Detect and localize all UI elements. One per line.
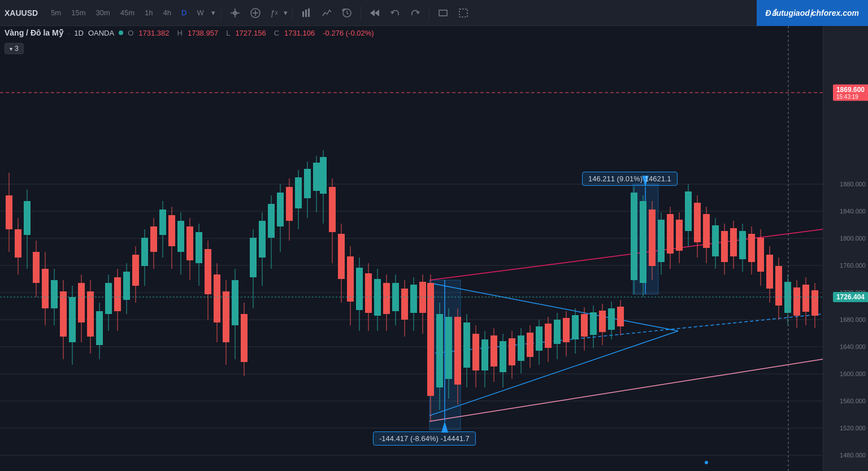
chart-broker: OANDA — [88, 29, 114, 37]
upper-tooltip: 146.211 (9.01%) 14621.1 — [582, 172, 678, 186]
watermark-badge: Đầutugiaodịchforex.com — [757, 0, 868, 26]
rewind-btn[interactable] — [366, 6, 384, 20]
svg-rect-89 — [286, 187, 293, 221]
price-1640: 1640.000 — [840, 343, 866, 350]
svg-rect-87 — [277, 193, 284, 226]
svg-rect-41 — [69, 297, 76, 342]
fx-btn[interactable]: ƒx — [267, 6, 282, 20]
tf-d[interactable]: D — [177, 6, 190, 19]
svg-rect-79 — [241, 314, 248, 362]
tf-5m[interactable]: 5m — [47, 6, 65, 19]
svg-rect-63 — [168, 215, 175, 246]
tf-45m[interactable]: 45m — [116, 6, 138, 19]
svg-rect-45 — [87, 291, 94, 337]
svg-rect-135 — [491, 335, 497, 367]
svg-rect-31 — [24, 201, 31, 235]
selection-btn[interactable] — [454, 6, 472, 20]
svg-rect-35 — [42, 269, 49, 308]
svg-rect-53 — [123, 272, 130, 300]
replay-btn[interactable] — [338, 6, 356, 20]
svg-rect-205 — [811, 290, 818, 316]
legend-badge[interactable]: ▾ 3 — [5, 43, 24, 54]
svg-rect-105 — [356, 268, 363, 310]
open-label: O — [128, 29, 133, 37]
svg-marker-11 — [375, 10, 379, 16]
svg-rect-7 — [305, 10, 307, 17]
low-label: L — [226, 29, 230, 37]
top-price-value: 1869.600 — [836, 86, 865, 94]
current-price-badge: 1726.404 — [833, 292, 868, 302]
svg-rect-189 — [739, 231, 746, 259]
svg-rect-191 — [748, 234, 755, 262]
price-1600: 1600.000 — [840, 370, 866, 377]
svg-rect-117 — [410, 285, 417, 313]
tf-15m[interactable]: 15m — [67, 6, 89, 19]
svg-rect-99 — [329, 187, 336, 232]
high-label: H — [177, 29, 183, 37]
crosshair-btn[interactable] — [226, 6, 244, 20]
add-symbol-btn[interactable] — [246, 6, 264, 20]
fx-dropdown[interactable]: ▾ — [284, 8, 288, 17]
svg-rect-81 — [250, 238, 257, 277]
svg-rect-179 — [694, 203, 701, 242]
svg-rect-67 — [186, 226, 193, 260]
svg-rect-145 — [536, 326, 542, 351]
svg-rect-125 — [445, 317, 452, 379]
price-dot — [705, 461, 708, 464]
svg-rect-55 — [132, 255, 139, 286]
tf-1h[interactable]: 1h — [141, 6, 157, 19]
redo-btn[interactable] — [406, 6, 424, 20]
open-value: 1731.382 — [138, 29, 169, 37]
svg-rect-93 — [304, 169, 311, 198]
top-price-time: 15:43:19 — [836, 94, 865, 100]
svg-rect-91 — [295, 177, 302, 208]
svg-rect-111 — [383, 283, 390, 314]
svg-rect-69 — [196, 232, 202, 263]
toolbar: XAUUSD 5m 15m 30m 45m 1h 4h D W ▾ ƒx ▾ — [0, 0, 868, 26]
rectangle-btn[interactable] — [434, 6, 452, 20]
svg-rect-139 — [509, 338, 515, 365]
undo-btn[interactable] — [386, 6, 404, 20]
svg-rect-49 — [105, 283, 112, 314]
tf-4h[interactable]: 4h — [159, 6, 175, 19]
high-value: 1738.957 — [188, 29, 218, 37]
svg-rect-185 — [721, 231, 728, 262]
svg-rect-85 — [268, 204, 275, 238]
svg-rect-141 — [518, 335, 524, 361]
svg-rect-195 — [766, 255, 773, 289]
svg-rect-175 — [676, 220, 683, 251]
chart-area: Vàng / Đô la Mỹ · 1D OANDA O1731.382 H17… — [0, 26, 868, 471]
svg-rect-127 — [454, 317, 461, 385]
chart-timeframe: 1D — [74, 29, 84, 37]
svg-rect-129 — [463, 322, 470, 368]
svg-rect-203 — [802, 285, 809, 312]
chart-canvas[interactable] — [0, 26, 823, 471]
svg-rect-39 — [60, 291, 67, 337]
chart-type-btn[interactable] — [297, 6, 315, 20]
svg-rect-103 — [347, 256, 354, 302]
price-axis: 1480.000 1520.000 1560.000 1600.000 1640… — [823, 26, 868, 471]
svg-rect-33 — [33, 252, 40, 283]
svg-rect-133 — [481, 339, 488, 370]
price-1880: 1880.000 — [840, 181, 866, 187]
svg-rect-143 — [527, 333, 533, 357]
tf-w[interactable]: W — [193, 6, 207, 19]
svg-rect-147 — [545, 324, 552, 348]
tf-dropdown-icon[interactable]: ▾ — [210, 8, 216, 17]
svg-rect-13 — [459, 9, 467, 17]
svg-rect-37 — [51, 280, 58, 308]
svg-rect-121 — [427, 283, 434, 396]
svg-rect-43 — [78, 283, 85, 322]
svg-rect-75 — [223, 291, 229, 342]
svg-rect-65 — [177, 221, 184, 252]
svg-rect-171 — [658, 220, 665, 262]
line-chart-btn[interactable] — [318, 6, 336, 20]
svg-rect-163 — [617, 307, 624, 326]
svg-rect-71 — [205, 249, 211, 294]
top-price-badge: 1869.600 15:43:19 — [833, 85, 868, 101]
svg-rect-27 — [6, 195, 12, 229]
svg-rect-8 — [308, 8, 310, 17]
svg-rect-149 — [554, 320, 561, 344]
svg-rect-151 — [563, 318, 570, 342]
tf-30m[interactable]: 30m — [92, 6, 114, 19]
